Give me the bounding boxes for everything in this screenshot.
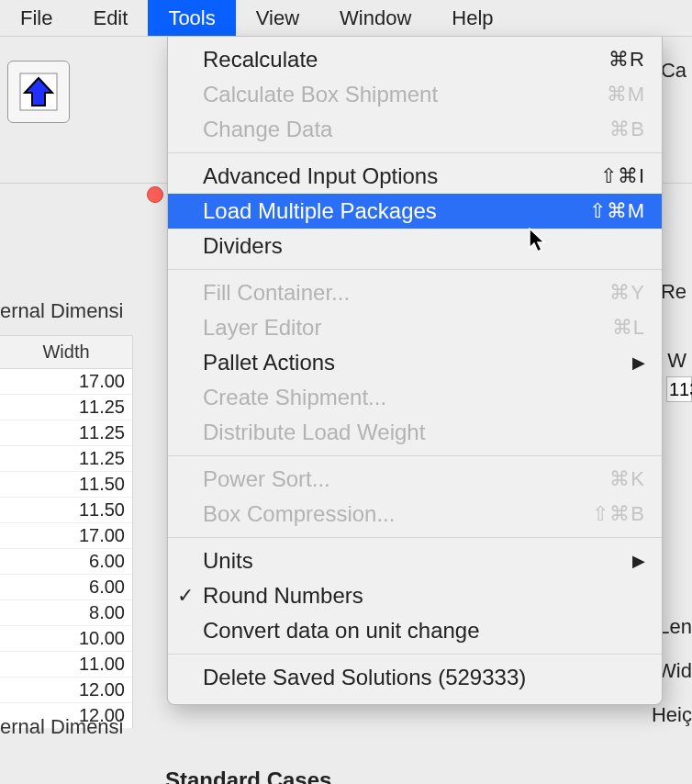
menu-load-multiple-packages[interactable]: Load Multiple Packages ⇧⌘M <box>168 194 662 229</box>
table-row[interactable]: 11.00 <box>0 652 132 678</box>
menu-power-sort: Power Sort... ⌘K <box>168 462 662 497</box>
menu-units[interactable]: Units ▶ <box>168 543 662 578</box>
menu-item-label: Pallet Actions <box>203 350 614 375</box>
menubar: File Edit Tools View Window Help <box>0 0 692 37</box>
menu-item-label: Load Multiple Packages <box>203 198 571 224</box>
width-column-header[interactable]: Width <box>0 336 132 369</box>
table-row[interactable]: 6.00 <box>0 549 132 575</box>
menu-delete-saved-solutions[interactable]: Delete Saved Solutions (529333) <box>168 660 662 695</box>
table-row[interactable]: 11.25 <box>0 395 132 420</box>
menu-fill-container: Fill Container... ⌘Y <box>168 275 662 310</box>
table-row[interactable]: 10.00 <box>0 626 132 652</box>
right-re-label: Re <box>661 280 686 304</box>
standard-cases-heading: Standard Cases <box>165 767 331 784</box>
menu-edit[interactable]: Edit <box>73 0 148 36</box>
menu-item-shortcut: ⇧⌘I <box>600 164 645 188</box>
right-w-label: W <box>667 349 686 373</box>
menu-item-label: Units <box>203 548 614 574</box>
table-row[interactable]: 6.00 <box>0 575 132 600</box>
menu-window[interactable]: Window <box>319 0 431 36</box>
submenu-arrow-icon: ▶ <box>632 551 645 571</box>
menu-item-label: Calculate Box Shipment <box>203 82 588 107</box>
menu-item-label: Power Sort... <box>203 466 591 492</box>
menu-item-shortcut: ⌘R <box>608 48 645 72</box>
table-row[interactable]: 11.50 <box>0 472 132 498</box>
table-row[interactable]: 11.25 <box>0 446 132 472</box>
external-dimensions-label-1: ernal Dimensi <box>0 296 124 327</box>
table-row[interactable]: 11.25 <box>0 420 132 446</box>
menu-dividers[interactable]: Dividers <box>168 229 662 263</box>
tools-dropdown: Recalculate ⌘R Calculate Box Shipment ⌘M… <box>167 37 663 705</box>
menu-item-label: Distribute Load Weight <box>203 420 645 445</box>
menu-separator <box>168 269 662 270</box>
menu-distribute-load-weight: Distribute Load Weight <box>168 415 662 450</box>
menu-item-shortcut: ⇧⌘B <box>592 502 645 526</box>
menu-item-shortcut: ⌘L <box>612 316 645 340</box>
submenu-arrow-icon: ▶ <box>632 353 645 373</box>
menu-separator <box>168 455 662 456</box>
menu-item-shortcut: ⌘Y <box>609 281 645 305</box>
upload-button[interactable] <box>7 61 70 123</box>
table-row[interactable]: 11.50 <box>0 498 132 523</box>
width-table: Width 17.00 11.25 11.25 11.25 11.50 11.5… <box>0 335 133 729</box>
menu-item-shortcut: ⌘M <box>607 83 645 106</box>
table-row[interactable]: 17.00 <box>0 369 132 395</box>
menu-item-label: Dividers <box>203 233 645 259</box>
menu-item-label: Round Numbers <box>203 583 645 609</box>
upload-arrow-icon <box>17 71 60 113</box>
right-height-label: Heiç <box>652 703 692 727</box>
menu-separator <box>168 654 662 655</box>
table-row[interactable]: 12.00 <box>0 678 132 703</box>
menu-item-label: Create Shipment... <box>203 385 645 410</box>
menu-change-data: Change Data ⌘B <box>168 112 662 147</box>
menu-file[interactable]: File <box>0 0 73 36</box>
window-close-button[interactable] <box>147 186 163 203</box>
menu-convert-on-unit-change[interactable]: Convert data on unit change <box>168 613 662 648</box>
table-row[interactable]: 8.00 <box>0 600 132 626</box>
external-dimensions-label-2: ernal Dimensi <box>0 711 124 743</box>
toolbar-right-label: Ca <box>661 59 686 83</box>
menu-help[interactable]: Help <box>431 0 513 36</box>
menu-item-label: Change Data <box>203 117 591 142</box>
menu-item-shortcut: ⌘B <box>609 118 645 141</box>
right-length-label: Len <box>658 615 692 639</box>
menu-separator <box>168 152 662 153</box>
checkmark-icon: ✓ <box>177 584 194 608</box>
right-width-input[interactable]: 113 <box>666 376 692 402</box>
menu-recalculate[interactable]: Recalculate ⌘R <box>168 42 662 77</box>
menu-item-label: Box Compression... <box>203 501 574 527</box>
menu-advanced-input-options[interactable]: Advanced Input Options ⇧⌘I <box>168 159 662 194</box>
menu-layer-editor: Layer Editor ⌘L <box>168 310 662 345</box>
menu-item-label: Advanced Input Options <box>203 163 582 189</box>
menu-item-label: Layer Editor <box>203 315 594 341</box>
menu-item-label: Convert data on unit change <box>203 618 645 644</box>
menu-item-shortcut: ⌘K <box>609 467 645 491</box>
menu-separator <box>168 537 662 538</box>
menu-item-shortcut: ⇧⌘M <box>589 199 645 223</box>
menu-view[interactable]: View <box>236 0 319 36</box>
menu-item-label: Recalculate <box>203 47 590 73</box>
menu-item-label: Fill Container... <box>203 280 591 306</box>
table-row[interactable]: 17.00 <box>0 523 132 549</box>
menu-pallet-actions[interactable]: Pallet Actions ▶ <box>168 345 662 380</box>
menu-box-compression: Box Compression... ⇧⌘B <box>168 497 662 532</box>
menu-create-shipment: Create Shipment... <box>168 380 662 415</box>
menu-item-label: Delete Saved Solutions (529333) <box>203 665 645 690</box>
menu-tools[interactable]: Tools <box>148 0 235 36</box>
menu-calculate-box-shipment: Calculate Box Shipment ⌘M <box>168 77 662 112</box>
menu-round-numbers[interactable]: ✓ Round Numbers <box>168 578 662 613</box>
